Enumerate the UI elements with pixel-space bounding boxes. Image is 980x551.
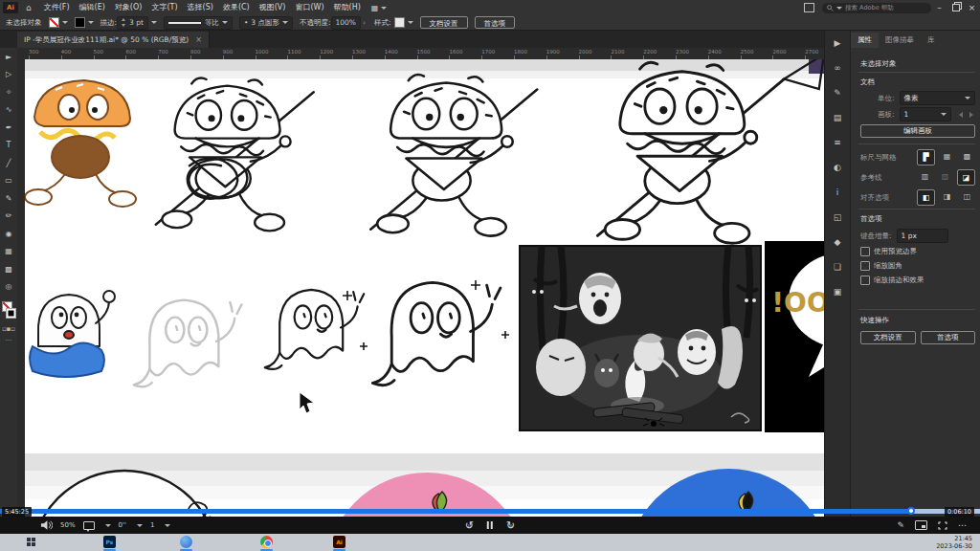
- media-icon[interactable]: ▶: [825, 31, 850, 55]
- preferences-button[interactable]: 首选项: [475, 16, 516, 29]
- restore-button[interactable]: [947, 0, 964, 15]
- menu-item-8[interactable]: 窗口(W): [290, 0, 328, 15]
- snap-grid-icon[interactable]: ◨: [939, 189, 955, 204]
- direct-selection-tool[interactable]: ▷: [0, 66, 17, 84]
- ghost-character-colored[interactable]: [30, 291, 115, 377]
- unit-dropdown[interactable]: 像素: [900, 91, 975, 105]
- edit-artboard-button[interactable]: 编辑画板: [860, 124, 975, 138]
- chevron-down-icon[interactable]: [137, 524, 143, 527]
- ghost-character-lineart-1[interactable]: [265, 290, 364, 369]
- more-tools-icon[interactable]: …: [0, 334, 17, 343]
- info-icon[interactable]: i: [825, 180, 850, 205]
- document-setup-button[interactable]: 文档设置: [420, 16, 468, 29]
- home-icon[interactable]: ⌂: [26, 3, 32, 12]
- stroke-panel-icon[interactable]: ≡: [825, 130, 850, 155]
- mesh-tool[interactable]: ▦: [0, 243, 17, 261]
- search-input[interactable]: 搜索 Adobe 帮助: [822, 3, 931, 13]
- progress-handle[interactable]: [907, 507, 915, 515]
- blend-tool[interactable]: ◉: [0, 225, 17, 243]
- lock-guides-icon[interactable]: ▨: [937, 169, 953, 184]
- checkbox-icon[interactable]: [860, 276, 870, 285]
- asset-export-icon[interactable]: ▣: [825, 279, 850, 304]
- taskbar-blue-app-icon[interactable]: [180, 536, 192, 548]
- lasso-tool[interactable]: ∿: [0, 101, 17, 120]
- minimize-button[interactable]: –: [931, 0, 947, 15]
- fullscreen-icon[interactable]: [938, 521, 947, 530]
- danmaku-icon[interactable]: [83, 521, 95, 530]
- layout-icon[interactable]: [804, 3, 814, 12]
- ghost-character-sketch[interactable]: [134, 300, 242, 387]
- snap-pixel-icon[interactable]: ◫: [959, 189, 975, 204]
- grid-toggle-icon[interactable]: ▦: [939, 149, 955, 164]
- stroke-width-field[interactable]: 3 pt: [117, 16, 148, 30]
- checkbox-icon[interactable]: [860, 247, 870, 256]
- pen-tool[interactable]: ✒: [0, 119, 17, 137]
- menu-item-5[interactable]: 选择(S): [183, 0, 218, 15]
- menu-item-3[interactable]: 对象(O): [110, 0, 147, 15]
- annotate-pencil-icon[interactable]: ✎: [897, 520, 904, 530]
- zoom-tool[interactable]: ◎: [0, 278, 17, 297]
- pip-icon[interactable]: [915, 520, 927, 530]
- chevron-down-icon[interactable]: [105, 524, 111, 527]
- chevron-down-icon[interactable]: [165, 524, 170, 527]
- checkbox-icon[interactable]: [860, 261, 870, 271]
- ghost-character-lineart-2[interactable]: [372, 282, 500, 385]
- opacity-more-icon[interactable]: ›: [363, 18, 366, 27]
- stepper-icon[interactable]: [122, 18, 126, 27]
- taskbar-photoshop-icon[interactable]: Ps: [103, 536, 116, 548]
- gradient-tool[interactable]: ▩: [0, 260, 17, 278]
- burger-character-colored[interactable]: [25, 80, 136, 207]
- link-icon[interactable]: ∞: [825, 55, 850, 80]
- symbols-icon[interactable]: ◆: [825, 230, 850, 254]
- menu-item-9[interactable]: 帮助(H): [329, 0, 366, 15]
- panel-tab-3[interactable]: 库: [921, 33, 942, 48]
- artboard-icon[interactable]: ▤: [825, 105, 850, 130]
- arrange-documents-icon[interactable]: ▦: [371, 4, 388, 12]
- magic-wand-tool[interactable]: ✧: [0, 83, 17, 101]
- layers-icon[interactable]: ❏: [825, 254, 850, 279]
- taskbar-clock[interactable]: 21:45 2023-06-30: [936, 535, 972, 550]
- menu-item-6[interactable]: 效果(C): [218, 0, 255, 15]
- panel-preferences-button[interactable]: 首选项: [921, 331, 976, 344]
- menu-item-4[interactable]: 文字(T): [146, 0, 182, 15]
- burger-character-lineart-2[interactable]: [370, 75, 537, 236]
- style-swatch[interactable]: [394, 17, 405, 28]
- start-button[interactable]: [27, 538, 36, 547]
- ruler-toggle-icon[interactable]: ▛: [917, 149, 935, 165]
- canvas-artwork[interactable]: BOO!: [25, 59, 824, 517]
- pixel-grid-toggle-icon[interactable]: ▩: [959, 149, 975, 164]
- swatches-icon[interactable]: ◱: [825, 205, 850, 230]
- brush-dropdown[interactable]: • 3 点圆形: [239, 16, 293, 30]
- artboard-dropdown[interactable]: 1: [900, 107, 951, 121]
- stroke-swatch[interactable]: [75, 17, 85, 28]
- volume-icon[interactable]: [40, 520, 53, 530]
- close-button[interactable]: ×: [964, 0, 980, 15]
- forward-30-button[interactable]: ↻30: [506, 520, 515, 531]
- burger-character-lineart-3[interactable]: [597, 59, 824, 243]
- color-icon[interactable]: ◐: [825, 155, 850, 180]
- menu-item-2[interactable]: 编辑(E): [75, 0, 110, 15]
- stroke-color-icon[interactable]: [6, 308, 16, 319]
- replay-10-button[interactable]: ↺10: [465, 520, 474, 531]
- keyboard-increment-field[interactable]: 1 px: [897, 229, 948, 243]
- menu-item-7[interactable]: 视图(V): [255, 0, 291, 15]
- drawing-modes-icon[interactable]: ▫▪▫: [0, 324, 17, 334]
- menu-item-1[interactable]: 文件(F): [39, 0, 75, 15]
- more-options-icon[interactable]: ⋯: [958, 520, 967, 530]
- tab-close-icon[interactable]: ×: [195, 35, 202, 44]
- taskbar-illustrator-icon[interactable]: Ai: [333, 536, 345, 548]
- brushes-icon[interactable]: ✎: [825, 80, 850, 105]
- stroke-profile-dropdown[interactable]: 等比: [164, 16, 233, 30]
- taskbar-chrome-icon[interactable]: [260, 536, 273, 548]
- boo-artwork[interactable]: BOO!: [765, 241, 824, 432]
- playback-rate-value[interactable]: 1: [150, 521, 154, 529]
- prev-artboard-icon[interactable]: [959, 112, 963, 118]
- fill-stroke-control[interactable]: [0, 299, 17, 324]
- app-logo-icon[interactable]: Ai: [3, 2, 18, 13]
- campfire-reference-image[interactable]: [520, 246, 761, 430]
- smart-guides-icon[interactable]: ◪: [957, 169, 975, 186]
- rotation-value[interactable]: 0'': [119, 521, 126, 529]
- canvas[interactable]: BOO!: [25, 59, 824, 517]
- fill-swatch-none[interactable]: [49, 17, 59, 28]
- next-artboard-icon[interactable]: [969, 112, 973, 118]
